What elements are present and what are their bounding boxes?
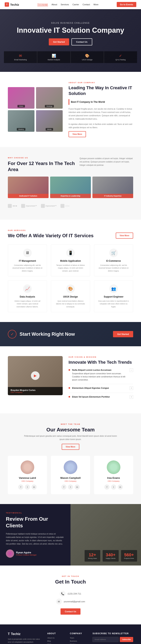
testimonial-author-info: Ryean Aguire Product Creative Manager bbox=[16, 551, 36, 556]
why-logo-1-text: ★★★ bbox=[12, 205, 17, 207]
cta-get-started-button[interactable]: Get Started bbox=[113, 331, 133, 337]
team-socials-vanessa: f t in bbox=[12, 484, 42, 490]
testimonial-author-role: Product Creative Manager bbox=[16, 554, 36, 556]
vision-expand-1[interactable]: − bbox=[130, 368, 133, 372]
team-card-irea: Irea Evans CEO Company f t in bbox=[94, 456, 133, 494]
team-name-irea: Irea Evans bbox=[99, 476, 128, 480]
stat-clients-number: 340+ bbox=[106, 552, 116, 558]
stats-overlay: 12+ Strong Years 340+ Happy Clients 560+… bbox=[74, 550, 137, 562]
contact-us-button[interactable]: Contact Us bbox=[60, 608, 80, 615]
newsletter-subscribe-button[interactable]: Subscribe bbox=[120, 637, 133, 642]
logo-icon: T bbox=[5, 2, 9, 7]
testimonial-bg-image: 12+ Strong Years 340+ Happy Clients 560+… bbox=[70, 504, 141, 566]
footer-link-about-us[interactable]: About Us bbox=[47, 637, 64, 639]
instagram-icon-vanessa[interactable]: in bbox=[32, 484, 36, 490]
team-socials-mason: f t in bbox=[56, 484, 86, 490]
service-desc-5: Quis nostrud exercitation ullamco labori… bbox=[55, 300, 86, 308]
vision-right: Our Vision & Mission Innovate With The T… bbox=[68, 356, 133, 404]
why-img-3: IT Industry Expertise bbox=[92, 176, 133, 198]
phone-icon: 📞 bbox=[60, 591, 66, 597]
facebook-icon-vanessa[interactable]: f bbox=[18, 484, 23, 490]
stat-years-label: Strong Years bbox=[88, 558, 97, 559]
about-pretitle: About Our Company bbox=[68, 82, 133, 84]
why-logo-4: ○○○○ bbox=[60, 204, 70, 208]
instagram-icon-mason[interactable]: in bbox=[74, 484, 80, 490]
nav-more[interactable]: More bbox=[94, 3, 98, 6]
footer-link-team[interactable]: Team bbox=[70, 637, 87, 639]
nav-carrier[interactable]: Carrier bbox=[72, 3, 79, 6]
twitter-icon-mason[interactable]: t bbox=[68, 484, 73, 490]
nav-homepage[interactable]: Homepage bbox=[38, 3, 48, 6]
nav-links: Homepage About Services Carrier Contact … bbox=[38, 3, 98, 6]
why-header-left: Why Choose Us For Over 12 Years In The T… bbox=[8, 157, 80, 172]
footer-link-business[interactable]: Business bbox=[70, 640, 87, 642]
vision-expand-2[interactable]: + bbox=[130, 386, 133, 390]
hero-stat-market-label: Market Analysis bbox=[39, 59, 69, 61]
vision-pretitle: Our Vision & Mission bbox=[68, 356, 133, 358]
facebook-icon-mason[interactable]: f bbox=[61, 484, 66, 490]
team-title: Our Awesome Team bbox=[8, 427, 133, 433]
service-title-4: Data Analysis bbox=[12, 296, 43, 298]
twitter-icon-irea[interactable]: t bbox=[111, 484, 116, 490]
why-header: Why Choose Us For Over 12 Years In The T… bbox=[8, 157, 133, 172]
stat-projects: 560+ Projects Done bbox=[121, 550, 137, 562]
contact-phone-item: 📞 (123) 234-711 bbox=[60, 591, 81, 597]
vision-item-text-3: Etiam Vel Ipsum Elementum Porttitor bbox=[72, 395, 110, 399]
testimonial-title: Review From Our Clients bbox=[6, 516, 64, 529]
email-marketing-icon: ✉ bbox=[6, 54, 36, 58]
about-view-more-button[interactable]: View More bbox=[68, 131, 86, 137]
nav-services[interactable]: Services bbox=[61, 3, 69, 6]
vision-play-button[interactable]: ▶ bbox=[31, 371, 40, 380]
about-content: About Our Company Leading The Way In Cre… bbox=[68, 82, 133, 137]
footer: T Techiz Sed ut perspiciatis unde omnis … bbox=[0, 624, 141, 644]
service-title-6: Support Engineer bbox=[98, 296, 129, 298]
nav-contact[interactable]: Contact bbox=[83, 3, 90, 6]
hero-stat-uiux: 🎨 UI/UX Design bbox=[71, 51, 104, 63]
about-images: Vision Strategy Mastery Media bbox=[8, 87, 63, 132]
footer-about-col: About About Us Blog Work Latest News bbox=[47, 632, 64, 644]
footer-link-blog[interactable]: Blog bbox=[47, 640, 64, 642]
hero-stats: ✉ Email Marketing 📊 Market Analysis 🎨 UI… bbox=[4, 51, 137, 63]
about-img-strategy-label: Strategy bbox=[45, 105, 54, 108]
team-desc: Pellentesque sed ipsum gravida sem variu… bbox=[22, 434, 120, 441]
team-section: Meet The Team Our Awesome Team Pellentes… bbox=[0, 414, 141, 504]
footer-link-startup[interactable]: Startup bbox=[70, 643, 87, 644]
nav-cta-button[interactable]: Go to Events bbox=[117, 2, 136, 7]
team-name-vanessa: Vanessa Laird bbox=[12, 476, 42, 480]
newsletter-email-input[interactable] bbox=[92, 637, 119, 642]
twitter-icon-vanessa[interactable]: t bbox=[25, 484, 30, 490]
hero-get-started-button[interactable]: Get Started bbox=[49, 38, 69, 46]
data-analysis-icon: 📈 bbox=[23, 284, 32, 293]
services-grid: 🖥 IT Management Consectetur adipiscing e… bbox=[8, 244, 133, 312]
vision-item-text-1: Nulla Aliquet Lorem Luctus Accumsan Susp… bbox=[72, 368, 128, 382]
hero-stat-email-label: Email Marketing bbox=[6, 59, 36, 61]
nav-about[interactable]: About bbox=[52, 3, 57, 6]
why-img-3-label: IT Industry Expertise bbox=[92, 194, 133, 198]
services-header: Our Services We Offer A Wide Variety Of … bbox=[8, 230, 133, 238]
vision-item-3: Etiam Vel Ipsum Elementum Porttitor + bbox=[68, 395, 133, 402]
team-view-more-button[interactable]: View More bbox=[62, 444, 79, 450]
about-img-strategy: Strategy bbox=[36, 87, 63, 109]
service-card-mobile: 📱 Mobile Application Tempor incididunt u… bbox=[51, 244, 90, 276]
services-view-more-button[interactable]: View More bbox=[116, 232, 133, 238]
testimonial-left: Testimonial Review From Our Clients Pell… bbox=[0, 504, 70, 566]
service-card-ecommerce: 🛒 E-Commerce Consectetur adipiscing elit… bbox=[94, 244, 133, 276]
vision-expand-3[interactable]: + bbox=[130, 395, 133, 399]
contact-email-item: ✉ youremail@gmail.com bbox=[56, 598, 85, 604]
logo[interactable]: T Techiz bbox=[5, 2, 19, 7]
about-img-mastery-label: Mastery bbox=[17, 128, 26, 130]
contact-email: youremail@gmail.com bbox=[64, 600, 85, 603]
vision-title: Innovate With The Tech Trends bbox=[68, 360, 133, 365]
team-socials-irea: f t in bbox=[99, 484, 128, 490]
service-card-data: 📈 Data Analysis Dolore magna aliqua. Ut … bbox=[8, 280, 47, 312]
hero-contact-button[interactable]: Contact Us bbox=[72, 38, 92, 46]
stat-years-number: 12+ bbox=[88, 552, 97, 558]
cta-banner: ✓ Start Working Right Now Get Started bbox=[0, 322, 141, 346]
team-role-irea: CEO Company bbox=[99, 480, 128, 482]
hero-stat-qa-label: QA & Testing bbox=[106, 59, 136, 61]
facebook-icon-irea[interactable]: f bbox=[104, 484, 110, 490]
footer-link-work[interactable]: Work bbox=[47, 643, 64, 644]
instagram-icon-irea[interactable]: in bbox=[118, 484, 123, 490]
contact-section: Get In Touch Get In Touch 📞 (123) 234-71… bbox=[0, 566, 141, 624]
stat-projects-number: 560+ bbox=[124, 552, 134, 558]
